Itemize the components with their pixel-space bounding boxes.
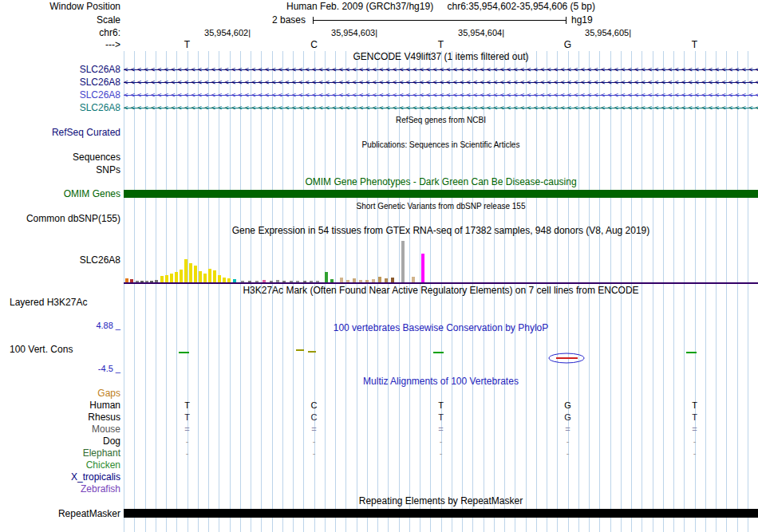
multiz-species-label[interactable]: Dog xyxy=(0,435,124,447)
gtex-expression-bar[interactable] xyxy=(385,278,388,282)
phylop-track-label[interactable]: 100 Vert. Cons xyxy=(10,344,73,355)
refseq-track-area[interactable] xyxy=(124,126,758,139)
gtex-expression-bar[interactable] xyxy=(290,281,293,282)
publications-snps-label[interactable]: SNPs xyxy=(0,164,124,176)
refseq-track-row: RefSeq Curated xyxy=(0,126,758,139)
gtex-expression-bar[interactable] xyxy=(213,270,216,282)
gencode-transcript-label[interactable]: SLC26A8 xyxy=(0,101,124,114)
gtex-expression-bar[interactable] xyxy=(184,259,188,282)
multiz-base: - xyxy=(559,447,578,459)
multiz-species-label[interactable]: Chicken xyxy=(0,459,124,471)
gtex-chart-area[interactable] xyxy=(124,237,758,284)
gtex-expression-bar[interactable] xyxy=(208,269,211,282)
gtex-expression-bar[interactable] xyxy=(160,276,164,282)
multiz-header-gutter xyxy=(0,375,124,388)
gtex-expression-bar[interactable] xyxy=(378,277,381,282)
h3k27ac-track-label[interactable]: Layered H3K27Ac xyxy=(0,297,124,321)
publications-sequences-label[interactable]: Sequences xyxy=(0,151,124,164)
multiz-species-label[interactable]: Mouse xyxy=(0,424,124,435)
publications-sequences-area[interactable] xyxy=(124,151,758,164)
gencode-transcript[interactable]: <<<<<<<<<<<<<<<<<<<<<<<<<<<<<<<<<<<<<<<<… xyxy=(124,76,758,89)
gtex-expression-bar[interactable] xyxy=(175,272,178,282)
refseq-track-label[interactable]: RefSeq Curated xyxy=(0,126,124,139)
gtex-expression-bar[interactable] xyxy=(130,279,133,282)
gencode-transcript[interactable]: <<<<<<<<<<<<<<<<<<<<<<<<<<<<<<<<<<<<<<<<… xyxy=(124,89,758,101)
gencode-transcript[interactable]: <<<<<<<<<<<<<<<<<<<<<<<<<<<<<<<<<<<<<<<<… xyxy=(124,101,758,114)
gtex-expression-bar[interactable] xyxy=(165,275,168,282)
gtex-expression-bar[interactable] xyxy=(233,279,236,282)
multiz-species-label[interactable]: Human xyxy=(0,400,124,412)
dbsnp-track-label[interactable]: Common dbSNP(155) xyxy=(0,212,124,225)
gencode-transcript-label[interactable]: SLC26A8 xyxy=(0,76,124,89)
h3k27ac-track-area[interactable] xyxy=(124,297,758,321)
coordinate-label[interactable]: 35,954,602| xyxy=(171,27,251,39)
gtex-expression-bar[interactable] xyxy=(223,278,226,282)
refseq-header-row: RefSeq genes from NCBI xyxy=(0,114,758,126)
repeatmasker-header-row: Repeating Elements by RepeatMasker xyxy=(0,495,758,507)
publications-header-row: Publications: Sequences in Scientific Ar… xyxy=(0,139,758,151)
multiz-species-label[interactable]: Gaps xyxy=(0,388,124,400)
omim-gene-bar[interactable] xyxy=(124,190,758,198)
gtex-expression-bar[interactable] xyxy=(391,278,394,282)
multiz-species-row: Gaps xyxy=(0,388,758,400)
coordinate-label[interactable]: 35,954,603| xyxy=(298,27,377,39)
gtex-expression-bar[interactable] xyxy=(194,266,197,282)
gtex-expression-bar[interactable] xyxy=(340,278,343,282)
gtex-expression-bar[interactable] xyxy=(248,281,251,282)
gtex-expression-bar[interactable] xyxy=(316,281,319,282)
gencode-transcript-label[interactable]: SLC26A8 xyxy=(0,89,124,101)
omim-track-label[interactable]: OMIM Genes xyxy=(0,188,124,200)
gtex-expression-bar[interactable] xyxy=(155,280,158,282)
gtex-expression-bar[interactable] xyxy=(296,281,299,282)
gtex-expression-bar[interactable] xyxy=(263,280,266,282)
gtex-expression-bar[interactable] xyxy=(189,263,192,282)
gtex-expression-bar[interactable] xyxy=(282,281,286,282)
gtex-expression-bar[interactable] xyxy=(401,241,405,282)
publications-snps-area[interactable] xyxy=(124,164,758,176)
gtex-expression-bar[interactable] xyxy=(359,280,362,282)
gencode-transcript-label[interactable]: SLC26A8 xyxy=(0,63,124,76)
phylop-track[interactable]: 4.88 _ 100 vertebrates Basewise Conserva… xyxy=(0,321,758,375)
gtex-expression-bar[interactable] xyxy=(310,281,313,282)
coordinate-label[interactable]: 35,954,604| xyxy=(424,27,504,39)
gtex-expression-bar[interactable] xyxy=(412,277,415,282)
coordinate-label[interactable]: 35,954,605| xyxy=(551,27,631,39)
gtex-expression-bar[interactable] xyxy=(353,278,356,282)
repeatmasker-bar[interactable] xyxy=(124,509,758,518)
gtex-expression-bar[interactable] xyxy=(170,274,173,282)
gtex-expression-bar[interactable] xyxy=(125,278,128,282)
gencode-transcript[interactable]: <<<<<<<<<<<<<<<<<<<<<<<<<<<<<<<<<<<<<<<<… xyxy=(124,63,758,76)
multiz-species-label[interactable]: Rhesus xyxy=(0,412,124,424)
base-position-ruler[interactable]: 35,954,602|35,954,603|35,954,604|35,954,… xyxy=(124,27,758,39)
gtex-expression-bar[interactable] xyxy=(227,278,231,282)
gtex-expression-bar[interactable] xyxy=(203,274,207,282)
gtex-expression-bar[interactable] xyxy=(241,281,244,282)
gtex-expression-bar[interactable] xyxy=(140,281,144,282)
dbsnp-track-area[interactable] xyxy=(124,212,758,225)
gtex-expression-bar[interactable] xyxy=(365,280,369,282)
gtex-expression-bar[interactable] xyxy=(199,271,202,282)
reference-base: T xyxy=(432,39,451,51)
gtex-expression-bar[interactable] xyxy=(303,281,306,282)
gtex-expression-bar[interactable] xyxy=(180,270,183,282)
multiz-alignment-row: TCTGT xyxy=(124,412,758,424)
repeatmasker-track-label[interactable]: RepeatMasker xyxy=(0,507,124,520)
gtex-expression-bar[interactable] xyxy=(270,281,273,282)
multiz-species-label[interactable]: Zebrafish xyxy=(0,483,124,495)
gtex-expression-bar[interactable] xyxy=(276,280,279,282)
gtex-expression-bar[interactable] xyxy=(218,275,221,282)
gtex-expression-bar[interactable] xyxy=(136,281,139,282)
gencode-header-gutter xyxy=(0,51,124,63)
multiz-base: T xyxy=(685,400,705,412)
gtex-expression-bar[interactable] xyxy=(372,279,375,282)
multiz-species-label[interactable]: Elephant xyxy=(0,447,124,459)
gtex-expression-bar[interactable] xyxy=(145,281,148,282)
gtex-expression-bar[interactable] xyxy=(330,279,334,282)
gtex-track-label[interactable]: SLC26A8 xyxy=(0,237,124,284)
gtex-expression-bar[interactable] xyxy=(346,280,349,282)
multiz-species-label[interactable]: X_tropicalis xyxy=(0,471,124,483)
gtex-expression-bar[interactable] xyxy=(150,281,153,282)
gtex-expression-bar[interactable] xyxy=(421,254,424,282)
gtex-expression-bar[interactable] xyxy=(255,281,259,282)
gtex-expression-bar[interactable] xyxy=(325,272,328,282)
